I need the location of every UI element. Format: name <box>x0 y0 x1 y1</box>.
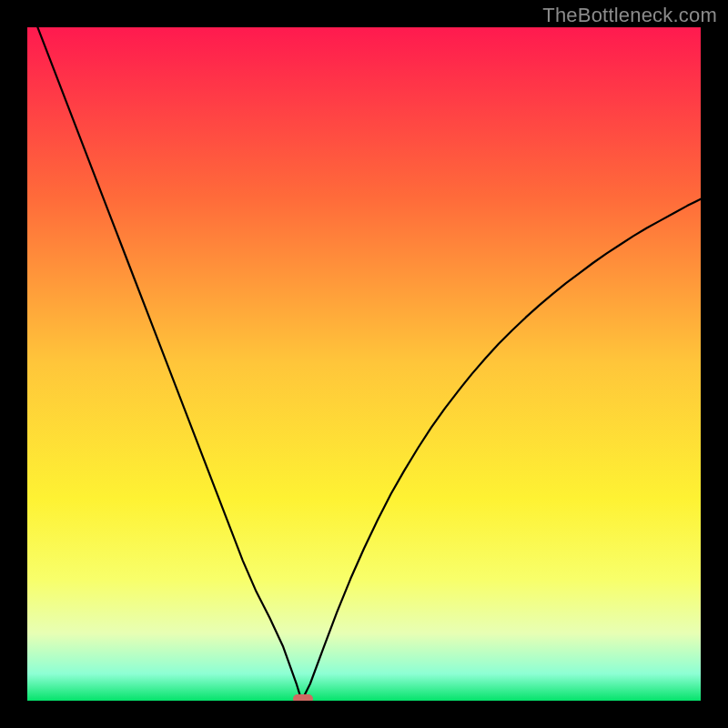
minimum-marker <box>293 694 313 701</box>
watermark-text: TheBottleneck.com <box>542 4 717 27</box>
bottleneck-curve <box>27 27 701 701</box>
chart-frame: TheBottleneck.com <box>0 0 728 728</box>
plot-area <box>27 27 701 701</box>
